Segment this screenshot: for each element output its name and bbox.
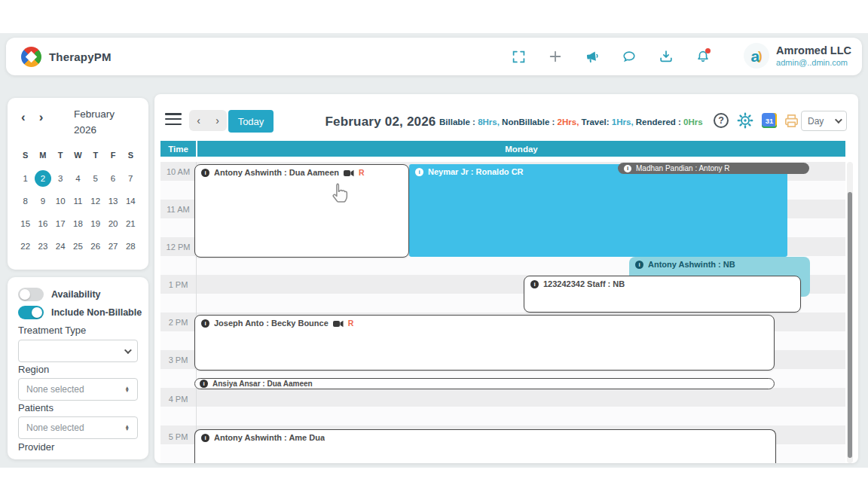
appointment-madhan-antony[interactable]: i Madhan Pandian : Antony R [618, 163, 809, 174]
notification-badge [705, 48, 711, 53]
rendered-flag: R [359, 168, 365, 177]
calendar-date[interactable]: 3 [52, 170, 69, 187]
today-button[interactable]: Today [228, 110, 274, 133]
calendar-date[interactable]: 23 [34, 238, 51, 255]
announcement-icon[interactable] [584, 48, 601, 65]
patients-label: Patients [18, 402, 53, 413]
filters-panel: Availability Include Non-Billable Treatm… [8, 277, 148, 459]
calendar-date[interactable]: 7 [122, 170, 139, 187]
calendar-date[interactable]: 9 [34, 193, 51, 209]
calendar-date[interactable]: 1 [17, 170, 34, 187]
info-icon[interactable]: i [635, 261, 643, 269]
calendar-month-title: February 2026 [74, 107, 115, 139]
calendar-date[interactable]: 22 [17, 238, 34, 255]
video-icon [333, 319, 344, 328]
chat-icon[interactable] [621, 48, 637, 65]
calendar-date[interactable]: 26 [87, 238, 104, 255]
region-label: Region [18, 364, 49, 375]
calendar-31-icon[interactable]: 31 [760, 111, 778, 130]
chevron-down-icon [124, 346, 132, 354]
calendar-date[interactable]: 27 [104, 238, 121, 255]
next-day-button[interactable]: › [213, 114, 222, 127]
print-icon[interactable] [782, 111, 800, 130]
therapypm-app: TherapyPM [0, 0, 868, 488]
patients-select[interactable]: None selected ▲▼ [18, 416, 138, 439]
calendar-date[interactable]: 11 [69, 193, 87, 209]
calendar-date[interactable]: 13 [104, 193, 121, 209]
brand: TherapyPM [21, 47, 112, 67]
treatment-type-select[interactable] [18, 340, 138, 362]
nonbillable-hours: 2Hrs, [558, 117, 582, 127]
calendar-date[interactable]: 28 [122, 238, 139, 255]
view-mode-select[interactable]: Day [801, 111, 847, 131]
travel-hours: 1Hrs, [612, 117, 636, 127]
info-icon[interactable]: i [200, 380, 208, 388]
account-menu[interactable]: a) Amromed LLC admin@..dmin.com [744, 43, 851, 69]
calendar-date-selected[interactable]: 2 [35, 170, 51, 187]
weekday-headers: S M T W T F S [17, 151, 139, 160]
company-email: admin@..dmin.com [776, 58, 851, 67]
calendar-date[interactable]: 20 [104, 215, 121, 232]
calendar-week-row: 8 9 10 11 12 13 14 [17, 193, 139, 209]
calendar-date[interactable]: 5 [87, 170, 104, 187]
appointment-staff-nb[interactable]: i 123242342 Staff : NB [524, 276, 801, 313]
appointment-neymar-ronaldo[interactable]: i Neymar Jr : Ronaldo CR [409, 164, 787, 257]
mini-calendar: ‹ › February 2026 S M T W T F S 1 2 3 4 … [8, 98, 148, 270]
include-non-billable-label: Include Non-Billable [51, 307, 142, 318]
provider-label: Provider [18, 441, 54, 453]
calendar-date[interactable]: 17 [52, 215, 69, 232]
appointment-joseph-becky[interactable]: i Joseph Anto : Becky Bounce R [194, 315, 775, 371]
prev-day-button[interactable]: ‹ [194, 114, 203, 127]
download-icon[interactable] [658, 48, 674, 65]
calendar-date[interactable]: 16 [34, 215, 51, 232]
time-slot-label: 11 AM [160, 205, 196, 214]
add-icon[interactable] [547, 48, 564, 65]
calendar-date[interactable]: 15 [17, 215, 34, 232]
calendar-next-icon[interactable]: › [39, 110, 44, 125]
availability-toggle[interactable] [18, 288, 44, 301]
time-slot-label: 2 PM [160, 318, 196, 327]
info-icon[interactable]: i [415, 168, 423, 176]
help-icon[interactable]: ? [712, 111, 730, 130]
calendar-date[interactable]: 4 [69, 170, 87, 187]
info-icon[interactable]: i [624, 165, 631, 172]
calendar-date[interactable]: 10 [52, 193, 69, 209]
menu-icon[interactable] [165, 113, 182, 128]
info-icon[interactable]: i [201, 169, 209, 177]
appointment-antony-ame[interactable]: i Antony Ashwinth : Ame Dua [194, 429, 776, 463]
appointment-ansiya-dua[interactable]: i Ansiya Ansar : Dua Aameen [194, 378, 775, 389]
calendar-date[interactable]: 25 [69, 238, 87, 255]
time-slot-label: 1 PM [160, 280, 196, 289]
info-icon[interactable]: i [530, 280, 539, 288]
chevron-down-icon [835, 116, 842, 124]
scrollbar-thumb[interactable] [848, 192, 852, 458]
calendar-date[interactable]: 21 [122, 215, 139, 232]
calendar-date[interactable]: 8 [17, 193, 34, 209]
day-column-header: Monday [197, 141, 845, 157]
company-name: Amromed LLC [776, 44, 851, 56]
include-non-billable-toggle[interactable] [18, 306, 44, 319]
info-icon[interactable]: i [201, 434, 209, 442]
time-slot-label: 4 PM [160, 395, 196, 404]
region-select[interactable]: None selected ▲▼ [18, 378, 138, 401]
billable-hours: 8Hrs, [478, 117, 502, 127]
calendar-prev-icon[interactable]: ‹ [21, 110, 26, 125]
settings-gear-icon[interactable] [736, 111, 754, 130]
hours-summary: Billable : 8Hrs, NonBillable : 2Hrs, Tra… [439, 117, 703, 127]
notifications-icon[interactable] [695, 48, 711, 65]
calendar-date[interactable]: 24 [52, 238, 69, 255]
company-avatar: a) [744, 43, 769, 69]
header-actions [510, 38, 711, 75]
calendar-date[interactable]: 12 [87, 193, 104, 209]
calendar-week-row: 1 2 3 4 5 6 7 [17, 170, 139, 187]
calendar-date[interactable]: 14 [122, 193, 139, 209]
calendar-date[interactable]: 19 [87, 215, 104, 232]
therapypm-logo-icon [21, 47, 41, 67]
info-icon[interactable]: i [201, 319, 209, 328]
calendar-date[interactable]: 18 [69, 215, 87, 232]
appointment-antony-dua[interactable]: i Antony Ashwinth : Dua Aameen R [194, 164, 409, 258]
top-header-bar: TherapyPM [6, 38, 862, 75]
time-slot-label: 3 PM [160, 355, 196, 364]
fullscreen-icon[interactable] [510, 48, 527, 65]
calendar-date[interactable]: 6 [104, 170, 121, 187]
